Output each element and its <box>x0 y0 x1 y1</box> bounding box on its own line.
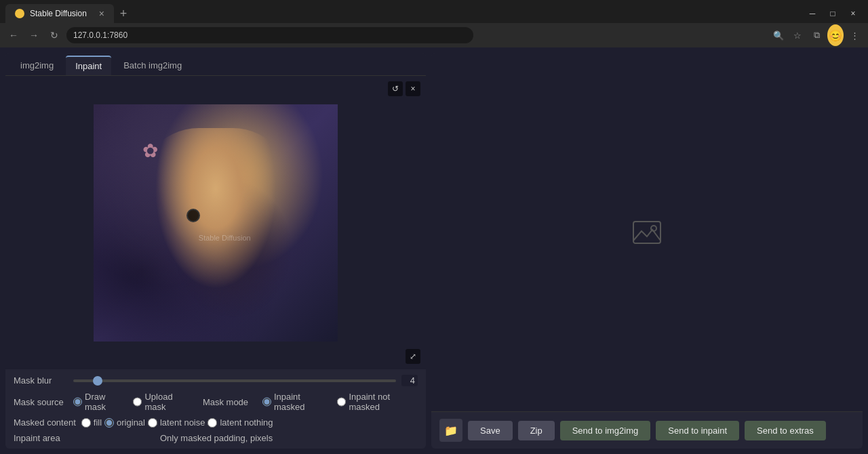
latent-noise-option[interactable]: latent noise <box>148 417 205 428</box>
latent-noise-label: latent noise <box>160 417 205 428</box>
inpaint-area-label: Inpaint area <box>14 433 68 443</box>
app-body: img2img Inpaint Batch img2img Stable Dif… <box>0 47 868 454</box>
mask-blur-slider[interactable] <box>73 379 396 382</box>
only-masked-label: Only masked padding, pixels <box>160 433 282 443</box>
mask-mode-row: Mask mode Inpaint masked Inpaint not mas… <box>203 392 418 412</box>
output-placeholder <box>631 216 663 249</box>
output-bottom-bar: 📁 Save Zip Send to img2img Send to inpai… <box>431 411 863 449</box>
fill-radio[interactable] <box>81 418 91 428</box>
image-controls: ↺ × <box>388 81 420 96</box>
upload-mask-option[interactable]: Upload mask <box>133 392 191 412</box>
address-bar: ← → ↻ 127.0.0.1:7860 🔍 ☆ ⧉ 😊 ⋮ <box>0 23 868 47</box>
tab-close-btn[interactable]: × <box>99 8 104 19</box>
tab-img2img[interactable]: img2img <box>11 56 63 75</box>
tab-title: Stable Diffusion <box>30 9 87 18</box>
fill-option[interactable]: fill <box>81 417 102 428</box>
browser-actions: 🔍 ☆ ⧉ 😊 ⋮ <box>770 27 863 43</box>
browser-tab-active[interactable]: Stable Diffusion × <box>5 4 114 23</box>
forward-btn[interactable]: → <box>26 27 42 43</box>
image-placeholder-icon <box>631 216 663 249</box>
image-watermark: Stable Diffusion <box>199 234 251 242</box>
maximize-btn[interactable]: □ <box>823 4 842 23</box>
reset-image-btn[interactable]: ↺ <box>388 81 403 96</box>
folder-icon: 📁 <box>444 424 458 437</box>
mask-mode-group: Inpaint masked Inpaint not masked <box>262 392 418 412</box>
bookmark-icon[interactable]: ☆ <box>789 27 806 43</box>
svg-point-1 <box>651 226 656 231</box>
new-tab-btn[interactable]: + <box>114 4 133 23</box>
draw-mask-label: Draw mask <box>85 392 125 412</box>
tab-batch-img2img[interactable]: Batch img2img <box>114 56 191 75</box>
close-btn[interactable]: × <box>844 4 863 23</box>
masked-content-row: Masked content fill original latent n <box>14 417 418 428</box>
folder-btn[interactable]: 📁 <box>439 419 462 442</box>
mask-blur-value: 4 <box>401 375 418 386</box>
masked-content-label: Masked content <box>14 417 76 428</box>
tab-favicon <box>15 9 24 18</box>
only-masked-row: Only masked padding, pixels <box>160 433 282 443</box>
original-radio[interactable] <box>104 418 114 428</box>
send-extras-btn[interactable]: Send to extras <box>745 421 826 440</box>
inpaint-masked-label: Inpaint masked <box>274 392 330 412</box>
latent-nothing-option[interactable]: latent nothing <box>208 417 273 428</box>
upload-mask-label: Upload mask <box>144 392 191 412</box>
tab-bar: Stable Diffusion × + ─ □ × <box>0 0 868 23</box>
mask-blur-row: Mask blur 4 <box>14 375 418 386</box>
original-label: original <box>117 417 145 428</box>
refresh-btn[interactable]: ↻ <box>46 27 62 43</box>
expand-image-btn[interactable]: ⤢ <box>406 349 420 364</box>
user-avatar: 😊 <box>827 24 844 46</box>
mask-blur-slider-container <box>73 379 396 382</box>
left-panel: img2img Inpaint Batch img2img Stable Dif… <box>5 53 426 449</box>
latent-nothing-label: latent nothing <box>220 417 273 428</box>
inpaint-not-masked-label: Inpaint not masked <box>349 392 418 412</box>
draw-mask-radio[interactable] <box>73 397 82 407</box>
browser-chrome: Stable Diffusion × + ─ □ × ← → ↻ 127.0.0… <box>0 0 868 47</box>
mask-source-group: Draw mask Upload mask <box>73 392 192 412</box>
controls-area: Mask blur 4 Mask source Draw mas <box>5 369 426 449</box>
mask-blur-label: Mask blur <box>14 375 68 386</box>
profile-icon[interactable]: 😊 <box>827 27 844 43</box>
minimize-btn[interactable]: ─ <box>803 4 822 23</box>
back-btn[interactable]: ← <box>5 27 22 43</box>
close-image-btn[interactable]: × <box>406 81 420 96</box>
latent-noise-radio[interactable] <box>148 418 157 428</box>
latent-nothing-radio[interactable] <box>208 418 217 428</box>
draw-mask-option[interactable]: Draw mask <box>73 392 125 412</box>
inpaint-canvas-area[interactable]: Stable Diffusion ↺ × ⤢ <box>5 76 426 369</box>
inpaint-masked-radio[interactable] <box>262 397 271 407</box>
fill-label: fill <box>94 417 102 428</box>
svg-rect-0 <box>633 222 660 243</box>
zip-btn[interactable]: Zip <box>518 421 555 440</box>
output-image-area <box>431 53 863 411</box>
menu-icon[interactable]: ⋮ <box>846 27 863 43</box>
window-controls: ─ □ × <box>803 4 863 23</box>
send-img2img-btn[interactable]: Send to img2img <box>560 421 651 440</box>
inpaint-not-masked-option[interactable]: Inpaint not masked <box>337 392 418 412</box>
send-inpaint-btn[interactable]: Send to inpaint <box>656 421 739 440</box>
original-option[interactable]: original <box>104 417 145 428</box>
mask-source-label: Mask source <box>14 397 68 407</box>
masked-content-group: fill original latent noise latent n <box>81 417 273 428</box>
inpaint-image: Stable Diffusion <box>94 104 338 342</box>
mask-mode-label: Mask mode <box>203 397 257 407</box>
extensions-icon[interactable]: ⧉ <box>808 27 825 43</box>
inpaint-not-masked-radio[interactable] <box>337 397 346 407</box>
main-tab-row: img2img Inpaint Batch img2img <box>5 53 426 76</box>
url-input[interactable]: 127.0.0.1:7860 <box>66 27 473 43</box>
brush-cursor <box>186 209 200 222</box>
search-icon[interactable]: 🔍 <box>770 27 787 43</box>
inpaint-masked-option[interactable]: Inpaint masked <box>262 392 330 412</box>
mask-source-row: Mask source Draw mask Upload mask <box>14 392 192 412</box>
right-panel: 📁 Save Zip Send to img2img Send to inpai… <box>431 53 863 449</box>
save-btn[interactable]: Save <box>468 421 513 440</box>
inpaint-area-row: Inpaint area <box>14 433 68 443</box>
main-content: img2img Inpaint Batch img2img Stable Dif… <box>0 47 868 454</box>
tab-inpaint[interactable]: Inpaint <box>66 56 111 75</box>
upload-mask-radio[interactable] <box>133 397 142 407</box>
